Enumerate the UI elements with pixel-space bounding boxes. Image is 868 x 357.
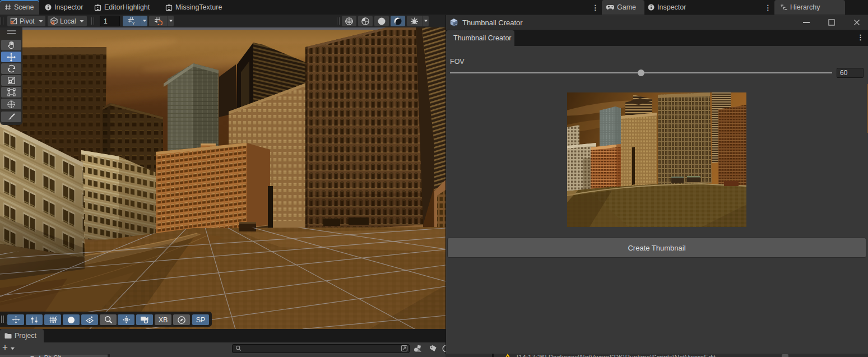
svg-text:Y: Y [132,21,135,26]
